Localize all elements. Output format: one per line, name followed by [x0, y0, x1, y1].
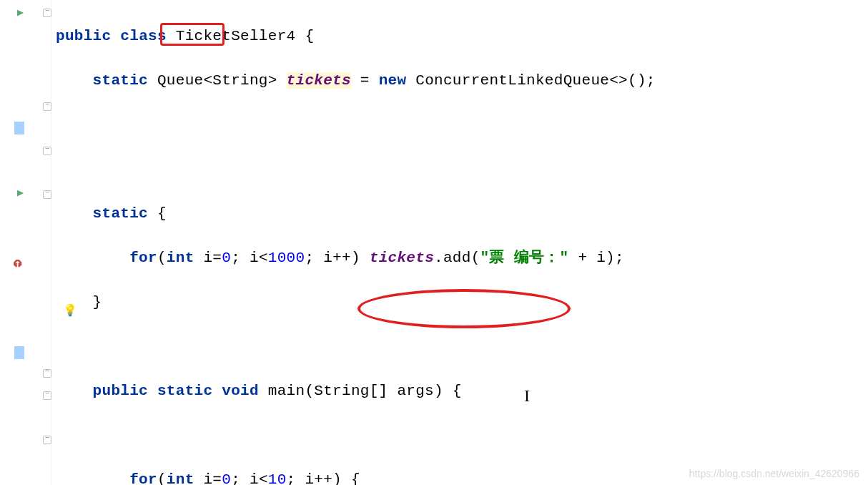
- eq: =: [351, 72, 379, 89]
- keyword-for: for: [129, 471, 157, 485]
- code-line[interactable]: [56, 424, 808, 446]
- field-tickets: tickets: [287, 72, 351, 89]
- editor-gutter: ▶ ▶ ⮉: [0, 0, 51, 485]
- init: i=: [194, 250, 222, 266]
- string-literal: "票 编号：": [480, 250, 569, 266]
- brace: {: [148, 205, 167, 222]
- field-tickets: tickets: [370, 250, 434, 266]
- keyword-public: public: [56, 28, 111, 44]
- keyword-void: void: [222, 383, 259, 399]
- method-add: .add(: [434, 250, 480, 266]
- bookmark-marker-icon[interactable]: [14, 122, 24, 134]
- keyword-static: static: [93, 205, 148, 222]
- code-line[interactable]: public static void main(String[] args) {: [56, 380, 808, 402]
- code-line[interactable]: [56, 114, 808, 136]
- keyword-static: static: [157, 383, 212, 399]
- code-line[interactable]: for(int i=0; i<1000; i++) tickets.add("票…: [56, 247, 808, 269]
- code-editor-content[interactable]: public class TicketSeller4 { static Queu…: [56, 3, 808, 485]
- init: i=: [194, 471, 222, 485]
- override-marker-icon[interactable]: ⮉: [13, 259, 22, 270]
- keyword-new: new: [379, 72, 407, 89]
- code-line[interactable]: [56, 158, 808, 180]
- fold-marker-icon[interactable]: [43, 391, 51, 400]
- fold-marker-icon[interactable]: [43, 147, 51, 155]
- run-gutter-icon[interactable]: ▶: [17, 186, 29, 197]
- run-gutter-icon[interactable]: ▶: [17, 6, 29, 17]
- fold-marker-icon[interactable]: [43, 190, 51, 199]
- code-line[interactable]: [56, 335, 808, 358]
- cond: ; i<: [231, 471, 268, 485]
- type-queue: Queue: [157, 72, 204, 89]
- number: 1000: [268, 250, 305, 266]
- cond: ; i<: [231, 250, 268, 266]
- keyword-int: int: [167, 471, 194, 485]
- fold-marker-icon[interactable]: [43, 9, 51, 17]
- code-line[interactable]: static Queue<String> tickets = new Concu…: [56, 69, 808, 92]
- annotation-red-box: [160, 23, 225, 46]
- number: 0: [222, 250, 231, 266]
- method-main: main(String[] args) {: [259, 383, 462, 399]
- brace: }: [93, 294, 102, 310]
- number: 0: [222, 471, 231, 485]
- keyword-public: public: [93, 383, 148, 399]
- keyword-static: static: [93, 72, 148, 89]
- code-line[interactable]: static {: [56, 202, 808, 225]
- plus: + i);: [568, 250, 623, 266]
- generic: <String>: [203, 72, 277, 89]
- fold-marker-icon[interactable]: [43, 436, 51, 444]
- watermark: https://blog.csdn.net/weixin_42620966: [689, 468, 859, 479]
- annotation-red-ellipse: [357, 289, 571, 328]
- text-cursor-icon: I: [524, 386, 530, 406]
- ctor: ConcurrentLinkedQueue<>();: [406, 72, 655, 89]
- keyword-for: for: [129, 250, 157, 266]
- incr: ; i++): [305, 250, 369, 266]
- bookmark-marker-icon[interactable]: [14, 346, 24, 359]
- keyword-int: int: [167, 250, 194, 266]
- brace: {: [295, 28, 314, 44]
- number: 10: [268, 471, 287, 485]
- incr: ; i++) {: [287, 471, 360, 485]
- fold-marker-icon[interactable]: [43, 369, 51, 378]
- fold-marker-icon[interactable]: [43, 102, 51, 111]
